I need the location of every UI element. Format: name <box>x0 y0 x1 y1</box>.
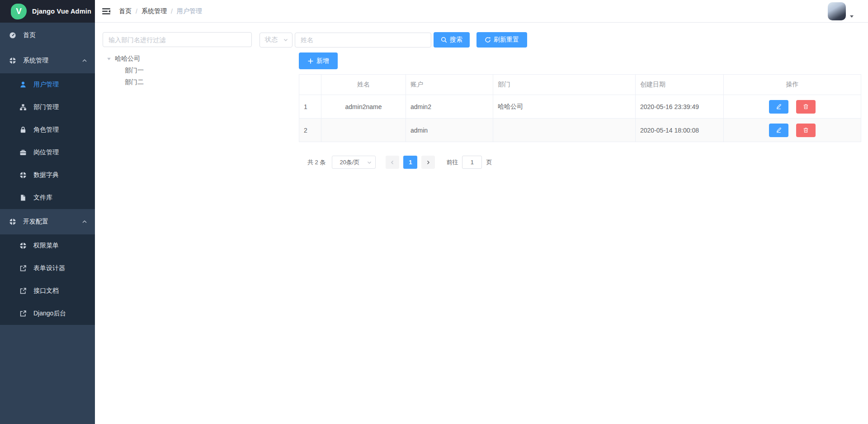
column-header-department: 部门 <box>493 75 636 95</box>
status-select[interactable]: 状态 <box>259 33 292 48</box>
column-header-actions: 操作 <box>724 75 861 95</box>
prev-page-button[interactable] <box>386 156 399 169</box>
chevron-right-icon <box>425 160 431 165</box>
chevron-down-icon <box>283 37 288 43</box>
breadcrumb-separator: / <box>136 8 137 15</box>
document-icon <box>19 194 27 201</box>
app-root: V Django Vue Admin 首页 系统管理 <box>0 0 868 424</box>
department-filter-input[interactable] <box>103 32 252 47</box>
component-icon <box>9 57 16 64</box>
sidebar-group-dev-config-toggle[interactable]: 开发配置 <box>0 209 95 234</box>
submenu-dev-config: 权限菜单 表单设计器 接口文档 <box>0 234 95 325</box>
page-number-1[interactable]: 1 <box>403 156 417 169</box>
sidebar-item-form-designer[interactable]: 表单设计器 <box>0 257 95 280</box>
pagination: 共 2 条 20条/页 1 <box>299 156 861 169</box>
trash-icon <box>803 104 809 110</box>
external-link-icon <box>19 265 27 272</box>
column-header-created: 创建日期 <box>636 75 724 95</box>
sidebar-item-home[interactable]: 首页 <box>0 23 95 48</box>
edit-button[interactable] <box>769 100 788 114</box>
tree-node-department-1[interactable]: 部门一 <box>103 65 252 76</box>
sidebar-item-role-management[interactable]: 角色管理 <box>0 119 95 141</box>
sidebar-item-post-management[interactable]: 岗位管理 <box>0 141 95 164</box>
caret-down-icon <box>849 14 854 19</box>
sidebar-item-user-management[interactable]: 用户管理 <box>0 73 95 96</box>
cell-department <box>493 119 636 142</box>
sidebar-item-label: 数据字典 <box>33 171 59 179</box>
cell-created: 2020-05-16 23:39:49 <box>636 95 724 119</box>
sidebar-item-file-library[interactable]: 文件库 <box>0 186 95 209</box>
sidebar-group-label: 开发配置 <box>23 218 48 226</box>
user-menu[interactable] <box>828 2 854 20</box>
edit-icon <box>776 127 782 133</box>
sidebar-item-label: 用户管理 <box>33 81 59 89</box>
sidebar-item-django-admin[interactable]: Django后台 <box>0 302 95 325</box>
department-panel: 哈哈公司 部门一 部门二 <box>103 32 252 424</box>
cell-created: 2020-05-14 18:00:08 <box>636 119 724 142</box>
cell-account: admin2 <box>406 95 493 119</box>
tree-node-company[interactable]: 哈哈公司 <box>103 53 252 65</box>
external-link-icon <box>19 287 27 295</box>
sidebar-item-label: 权限菜单 <box>33 242 59 250</box>
dashboard-icon <box>9 32 16 39</box>
page-content: 哈哈公司 部门一 部门二 状态 <box>95 23 868 424</box>
goto-page-input[interactable] <box>462 156 482 169</box>
chevron-up-icon <box>82 58 87 63</box>
table-row: 1 admin2name admin2 哈哈公司 2020-05-16 23:3… <box>299 95 861 119</box>
search-button[interactable]: 搜索 <box>434 32 470 48</box>
delete-button[interactable] <box>796 100 816 114</box>
app-logo[interactable]: V Django Vue Admin <box>0 0 95 23</box>
cell-name: admin2name <box>321 95 406 119</box>
breadcrumb-separator: / <box>171 8 173 15</box>
caret-down-icon[interactable] <box>107 57 111 61</box>
sidebar-item-api-docs[interactable]: 接口文档 <box>0 280 95 302</box>
next-page-button[interactable] <box>421 156 435 169</box>
column-header-account: 账户 <box>406 75 493 95</box>
pagination-total: 共 2 条 <box>307 158 326 167</box>
status-select-placeholder: 状态 <box>265 36 278 44</box>
app-title: Django Vue Admin <box>32 8 91 15</box>
chevron-up-icon <box>82 219 87 224</box>
tree-node-label: 哈哈公司 <box>115 55 140 63</box>
sidebar-item-data-dictionary[interactable]: 数据字典 <box>0 164 95 186</box>
cell-department: 哈哈公司 <box>493 95 636 119</box>
breadcrumb-home[interactable]: 首页 <box>119 7 132 15</box>
sidebar-group-label: 系统管理 <box>23 57 48 65</box>
tree-node-label: 部门二 <box>125 78 144 86</box>
table-row: 2 admin 2020-05-14 18:00:08 <box>299 119 861 142</box>
trash-icon <box>803 127 809 133</box>
cell-actions <box>724 119 861 142</box>
lock-icon <box>19 126 27 133</box>
edit-button[interactable] <box>769 124 788 137</box>
refresh-reset-button[interactable]: 刷新重置 <box>476 32 527 48</box>
sidebar-item-label: 表单设计器 <box>33 264 65 272</box>
search-icon <box>441 37 447 43</box>
delete-button[interactable] <box>796 124 816 137</box>
column-header-name: 姓名 <box>321 75 406 95</box>
table-zone: 新增 姓名 账户 部门 <box>299 52 861 169</box>
tree-node-department-2[interactable]: 部门二 <box>103 76 252 88</box>
name-filter-input[interactable] <box>295 33 431 48</box>
sidebar-fold-icon[interactable] <box>102 7 111 16</box>
add-button[interactable]: 新增 <box>299 52 338 69</box>
user-icon <box>19 81 27 88</box>
sidebar-group-system-management: 系统管理 用户管理 <box>0 48 95 209</box>
cell-index: 1 <box>299 95 321 119</box>
search-button-label: 搜索 <box>450 36 462 44</box>
sidebar-item-label: 角色管理 <box>33 126 59 134</box>
refresh-button-label: 刷新重置 <box>494 36 519 44</box>
sidebar-item-permission-menu[interactable]: 权限菜单 <box>0 234 95 257</box>
users-table: 姓名 账户 部门 创建日期 操作 1 admin2name ad <box>299 74 861 142</box>
table-header-row: 姓名 账户 部门 创建日期 操作 <box>299 75 861 95</box>
chevron-left-icon <box>390 160 395 165</box>
org-tree-icon <box>19 104 27 111</box>
sidebar-item-department-management[interactable]: 部门管理 <box>0 96 95 119</box>
sidebar-item-label: Django后台 <box>33 310 66 318</box>
page-size-select[interactable]: 20条/页 <box>332 156 376 169</box>
logo-letter: V <box>16 6 22 16</box>
sidebar-group-system-management-toggle[interactable]: 系统管理 <box>0 48 95 73</box>
topbar: 首页 / 系统管理 / 用户管理 <box>95 0 868 23</box>
user-avatar[interactable] <box>828 2 846 20</box>
page-size-value: 20条/页 <box>340 158 359 167</box>
breadcrumb-system-management[interactable]: 系统管理 <box>142 7 167 15</box>
